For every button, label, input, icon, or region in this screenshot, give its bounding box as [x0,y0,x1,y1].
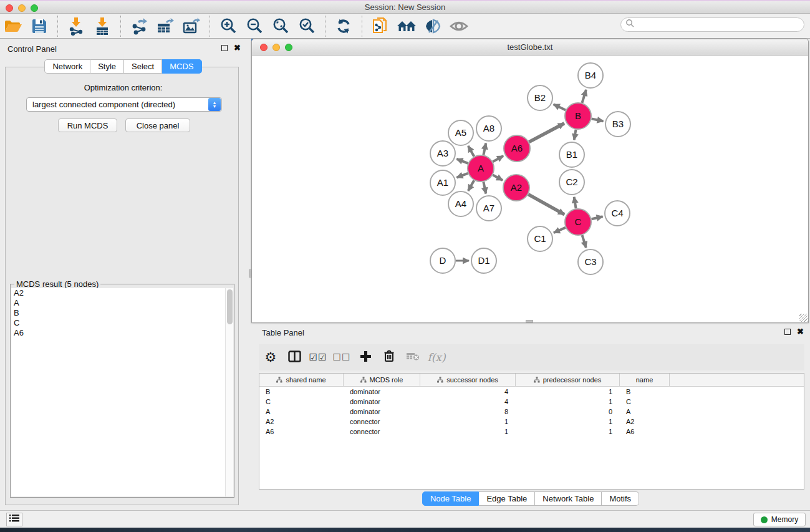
table-body[interactable]: Bdominator41BCdominator41CAdominator80AA… [259,387,804,437]
table-row[interactable]: A6connector11A6 [259,427,804,437]
result-scrollbar-thumb[interactable] [227,289,233,324]
task-history-button[interactable] [6,513,22,526]
cell-MCDS-role[interactable]: connector [344,427,420,437]
edge-B-B3[interactable] [592,118,604,121]
table-row[interactable]: Cdominator41C [259,397,804,407]
cell-shared-name[interactable]: A6 [259,427,344,437]
network-window-titlebar[interactable]: testGlobe.txt [252,39,808,56]
zoom-out-button[interactable] [241,15,268,37]
zoom-window-button[interactable] [31,4,38,12]
cell-name[interactable]: A6 [620,427,670,437]
birds-eye-button[interactable] [446,15,472,37]
tab-edge-table[interactable]: Edge Table [479,491,535,506]
import-network-button[interactable] [63,15,89,37]
edge-A-A2[interactable] [493,175,503,181]
cell-predecessor-nodes[interactable]: 1 [516,397,620,407]
cell-successor-nodes[interactable]: 1 [420,427,516,437]
cell-shared-name[interactable]: C [259,397,344,407]
export-image-button[interactable] [178,15,205,37]
edge-C-C1[interactable] [554,228,566,233]
table-row[interactable]: Adominator80A [259,407,804,417]
add-column-button[interactable] [354,346,377,369]
edge-A-A7[interactable] [483,182,486,194]
criterion-dropdown[interactable]: largest connected component (directed) ▲… [26,97,222,112]
clone-network-button[interactable] [367,15,393,37]
edge-A6-B[interactable] [529,123,564,142]
result-item[interactable]: A [11,298,226,308]
close-window-button[interactable] [6,4,13,12]
edge-A-A1[interactable] [456,173,468,178]
tab-network-table[interactable]: Network Table [535,491,602,506]
cell-shared-name[interactable]: A [259,407,344,417]
edge-C-C4[interactable] [591,216,602,219]
cell-successor-nodes[interactable]: 1 [420,417,516,427]
edge-B-B2[interactable] [554,104,566,110]
tab-network[interactable]: Network [44,59,90,74]
cell-predecessor-nodes[interactable]: 0 [516,407,620,417]
show-columns-button[interactable] [282,346,306,369]
cell-MCDS-role[interactable]: connector [344,417,420,427]
zoom-selected-button[interactable] [294,15,320,37]
result-item[interactable]: C [11,318,226,328]
memory-button[interactable]: Memory [753,513,806,526]
export-network-button[interactable] [126,15,152,37]
minimize-window-button[interactable] [18,4,26,12]
network-vertical-scroll-thumb[interactable] [249,269,251,278]
function-builder-button-disabled[interactable]: f(x) [425,346,448,369]
tab-node-table[interactable]: Node Table [422,491,480,506]
refresh-button[interactable] [330,15,357,37]
cell-predecessor-nodes[interactable]: 1 [516,387,620,397]
cell-name[interactable]: A2 [620,417,670,427]
cell-MCDS-role[interactable]: dominator [344,397,420,407]
cell-MCDS-role[interactable]: dominator [344,387,420,397]
delete-column-button[interactable] [377,346,401,369]
result-item[interactable]: A6 [11,328,226,338]
toggle-details-button[interactable] [420,15,446,37]
cell-successor-nodes[interactable]: 4 [420,397,516,407]
cell-MCDS-role[interactable]: dominator [344,407,420,417]
edge-C-C2[interactable] [574,197,576,209]
network-horizontal-scroll-thumb[interactable] [526,320,533,322]
table-row[interactable]: A2connector11A2 [259,417,804,427]
cell-shared-name[interactable]: B [259,387,344,397]
houses-icon[interactable] [393,15,420,37]
tab-mcds[interactable]: MCDS [162,59,201,74]
open-file-button[interactable] [0,15,26,37]
tab-style[interactable]: Style [90,59,124,74]
column-header-successor-nodes[interactable]: successor nodes [420,374,516,386]
table-settings-button[interactable]: ⚙ [259,346,282,369]
close-panel-button[interactable]: Close panel [125,118,190,132]
float-panel-icon[interactable] [221,45,228,51]
result-item[interactable]: A2 [11,288,226,298]
edge-A-A5[interactable] [468,146,474,157]
cell-predecessor-nodes[interactable]: 1 [516,427,620,437]
column-header-MCDS-role[interactable]: MCDS role [344,374,420,386]
close-table-panel-icon[interactable]: ✖ [797,329,804,335]
cell-successor-nodes[interactable]: 4 [420,387,516,397]
close-panel-icon[interactable]: ✖ [234,45,241,51]
tab-select[interactable]: Select [124,59,162,74]
edge-A2-C[interactable] [528,195,564,215]
cell-predecessor-nodes[interactable]: 1 [516,417,620,427]
result-item[interactable]: B [11,308,226,318]
cell-successor-nodes[interactable]: 8 [420,407,516,417]
export-table-button[interactable] [152,15,178,37]
cell-name[interactable]: B [620,387,670,397]
float-table-panel-icon[interactable] [784,329,791,335]
cell-shared-name[interactable]: A2 [259,417,344,427]
zoom-in-button[interactable] [215,15,241,37]
edge-A-A3[interactable] [456,159,468,163]
edge-A-A8[interactable] [483,143,486,155]
cell-name[interactable]: C [620,397,670,407]
save-session-button[interactable] [26,15,52,37]
mcds-result-list[interactable]: A2ABCA6 [11,288,226,496]
edge-A-A6[interactable] [493,156,503,162]
select-all-columns-button[interactable]: ☑☑ [306,346,330,369]
search-input[interactable] [635,21,791,29]
network-graph-canvas[interactable]: AA2A6BCA1A3A4A5A7A8B1B2B3B4C1C2C3C4DD1 [252,56,808,323]
column-header-shared-name[interactable]: shared name [259,374,344,386]
edge-B-B1[interactable] [574,130,576,140]
tab-motifs[interactable]: Motifs [602,491,639,506]
edge-A-A4[interactable] [468,180,474,191]
import-table-button[interactable] [89,15,115,37]
